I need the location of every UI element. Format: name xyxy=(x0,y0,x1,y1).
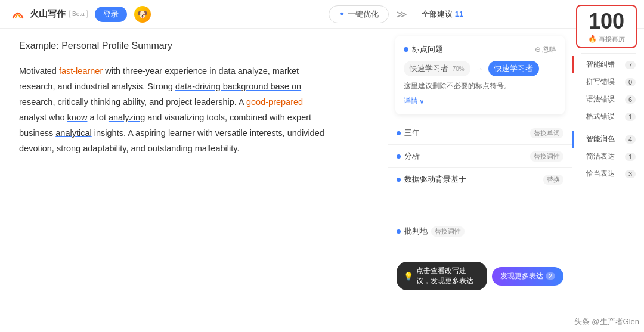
card-type: 标点问题 xyxy=(412,44,443,55)
suggestions-panel: 标点问题 ⊖ 忽略 快速学习者 70% → 快速学习者 这里建议删除不必要的标点… xyxy=(388,29,572,332)
card-dot xyxy=(404,47,408,52)
card-detail-button[interactable]: 详情 ∨ xyxy=(404,96,556,106)
item-label: 批判地 xyxy=(404,226,428,237)
highlight-analyzing[interactable]: analyzing xyxy=(109,113,145,122)
item-label: 三年 xyxy=(404,128,527,138)
discover-count: 2 xyxy=(546,272,555,280)
logo-area: 火山写作 Beta xyxy=(10,6,88,23)
doc-title: Example: Personal Profile Summary xyxy=(19,41,369,51)
nav-center: ✦ 一键优化 ≫ 全部建议 11 xyxy=(158,5,634,23)
card-description: 这里建议删除不必要的标点符号。 xyxy=(404,81,556,91)
star-icon: ✦ xyxy=(339,10,345,18)
sidebar-item-polish[interactable]: 智能润色 4 xyxy=(572,131,644,148)
suggestion-card-punctuation: 标点问题 ⊖ 忽略 快速学习者 70% → 快速学习者 这里建议删除不必要的标点… xyxy=(395,36,565,114)
optimize-button[interactable]: ✦ 一键优化 xyxy=(329,5,389,23)
login-button[interactable]: 登录 xyxy=(95,7,127,22)
word-comparison: 快速学习者 70% → 快速学习者 xyxy=(404,61,556,76)
count: 7 xyxy=(625,61,636,69)
dismiss-button[interactable]: ⊖ 忽略 xyxy=(535,45,556,55)
count: 6 xyxy=(625,95,636,104)
navbar: 火山写作 Beta 登录 🐶 ✦ 一键优化 ≫ 全部建议 11 xyxy=(0,0,644,29)
chevron-down-icon: ∨ xyxy=(419,97,425,106)
doc-content: Motivated fast-learner with three-year e… xyxy=(19,63,329,157)
fire-icon: 🔥 xyxy=(588,35,597,43)
item-tag: 替换词性 xyxy=(431,226,465,237)
item-label: 分析 xyxy=(404,151,527,162)
item-dot xyxy=(397,178,401,182)
item-label: 数据驱动背景基于 xyxy=(404,174,540,185)
tooltip-content: 💡 点击查看改写建议，发现更多表达 xyxy=(397,262,487,290)
score-sublabel: 🔥 再接再厉 xyxy=(588,35,625,44)
item-tag: 替换 xyxy=(543,175,564,185)
word-original: 快速学习者 70% xyxy=(404,61,470,76)
card-header: 标点问题 ⊖ 忽略 xyxy=(404,44,556,55)
sidebar-item-format[interactable]: 格式错误 1 xyxy=(572,108,644,125)
item-dot xyxy=(397,229,401,234)
sidebar-item-smart-correction[interactable]: 智能纠错 7 xyxy=(572,56,644,73)
sidebar-item-spelling[interactable]: 拼写错误 0 xyxy=(572,73,644,91)
logo-icon xyxy=(10,6,26,23)
suggestion-item-three-year[interactable]: 三年 替换单词 xyxy=(388,122,572,145)
sidebar-divider xyxy=(581,53,636,54)
sidebar-item-grammar[interactable]: 语法错误 6 xyxy=(572,91,644,108)
editor-area: Example: Personal Profile Summary Motiva… xyxy=(0,29,388,332)
suggestions-label: 全部建议 11 xyxy=(422,9,463,20)
sidebar-item-concise[interactable]: 简洁表达 1 xyxy=(572,148,644,165)
discover-button[interactable]: 发现更多表达 2 xyxy=(492,267,564,286)
main-layout: Example: Personal Profile Summary Motiva… xyxy=(0,29,644,332)
item-tag: 替换单词 xyxy=(530,128,564,138)
more-button[interactable]: ≫ xyxy=(394,8,410,21)
count: 0 xyxy=(625,78,636,86)
logo-text: 火山写作 xyxy=(30,8,66,20)
highlight-analytical[interactable]: analytical xyxy=(55,128,91,138)
score-number: 100 xyxy=(588,10,625,33)
beta-badge: Beta xyxy=(69,10,88,18)
optimize-label: 一键优化 xyxy=(348,9,379,20)
count: 1 xyxy=(625,153,636,161)
item-tag: 替换词性 xyxy=(530,151,564,162)
sidebar-item-appropriate[interactable]: 恰当表达 3 xyxy=(572,165,644,182)
count: 3 xyxy=(625,170,636,178)
item-dot xyxy=(397,131,401,135)
count: 1 xyxy=(625,113,636,121)
watermark: 头条 @生产者Glen xyxy=(574,317,639,327)
suggestion-item-analysis[interactable]: 分析 替换词性 xyxy=(388,145,572,168)
highlight-fast-learner[interactable]: fast-learner xyxy=(59,66,103,76)
bulb-icon: 💡 xyxy=(404,272,413,281)
highlight-three-year[interactable]: three-year xyxy=(123,66,162,76)
count: 4 xyxy=(625,135,636,144)
score-box: 100 🔥 再接再厉 xyxy=(576,5,637,48)
arrow-icon: → xyxy=(475,64,484,73)
item-dot xyxy=(397,154,401,159)
sidebar-divider-2 xyxy=(581,128,636,128)
highlight-good-prepared[interactable]: good-prepared xyxy=(246,97,303,107)
avatar: 🐶 xyxy=(134,6,151,23)
word-suggested[interactable]: 快速学习者 xyxy=(488,61,539,76)
suggestion-item-critically[interactable]: 批判地 替换词性 xyxy=(388,220,572,243)
suggestion-item-data-driving[interactable]: 数据驱动背景基于 替换 xyxy=(388,168,572,191)
tooltip-bar: 💡 点击查看改写建议，发现更多表达 发现更多表达 2 xyxy=(397,262,564,290)
right-sidebar: 全部建议 11 智能纠错 7 拼写错误 0 语法错误 6 格式错误 1 智能润色… xyxy=(572,29,644,332)
highlight-know[interactable]: know xyxy=(67,113,88,122)
highlight-critically-thinking[interactable]: critically thinking ability xyxy=(57,97,144,107)
word-tag: 70% xyxy=(453,66,465,72)
